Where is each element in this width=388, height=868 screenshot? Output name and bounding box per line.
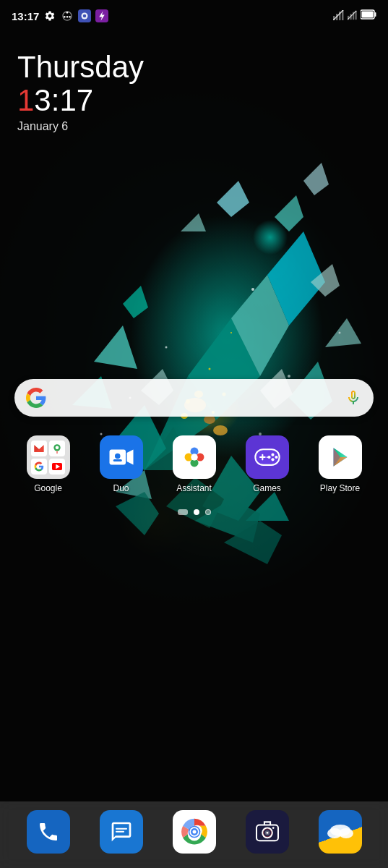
svg-line-62 — [348, 10, 356, 19]
clock-day: Thursday — [17, 51, 371, 84]
assistant-app-icon — [173, 435, 216, 479]
svg-point-104 — [266, 832, 268, 834]
no-signal-icon — [348, 10, 358, 22]
page-dot-0 — [178, 509, 188, 515]
wallpaper-space — [0, 140, 388, 379]
svg-line-57 — [333, 10, 343, 20]
dock-item-weather[interactable] — [319, 810, 362, 854]
app-grid: Google Duo — [0, 428, 388, 501]
signal-off-icon — [333, 10, 345, 22]
svg-point-72 — [115, 454, 121, 459]
dock-item-camera[interactable] — [246, 810, 289, 854]
clock-date: January 6 — [17, 120, 371, 133]
wifi-icon: ●●● — [61, 9, 74, 22]
messages-dock-icon — [100, 810, 143, 854]
svg-point-85 — [275, 456, 277, 459]
svg-point-79 — [191, 454, 198, 461]
search-bar[interactable] — [14, 379, 374, 417]
app-item-assistant[interactable]: Assistant — [165, 435, 223, 493]
google-mini-icon — [31, 459, 47, 475]
dock-item-phone[interactable] — [27, 810, 70, 854]
svg-rect-64 — [375, 12, 376, 17]
page-dot-1 — [194, 509, 199, 515]
svg-point-87 — [271, 459, 274, 461]
page-dot-2 — [205, 509, 211, 515]
app2-status-icon — [95, 9, 108, 22]
app-item-playstore[interactable]: Play Store — [311, 435, 369, 493]
app-item-google[interactable]: Google — [20, 435, 77, 493]
dock-item-chrome[interactable] — [173, 810, 216, 854]
phone-dock-icon — [27, 810, 70, 854]
games-app-icon — [246, 435, 289, 479]
search-mic-icon[interactable] — [345, 389, 362, 407]
app-item-duo[interactable]: Duo — [92, 435, 150, 493]
svg-marker-71 — [126, 450, 133, 465]
svg-text:●●●: ●●● — [64, 14, 72, 19]
duo-app-label: Duo — [113, 483, 129, 493]
svg-rect-65 — [362, 12, 374, 18]
svg-point-84 — [271, 454, 274, 456]
app1-status-icon — [78, 9, 91, 22]
maps-mini-icon — [49, 441, 65, 456]
google-logo — [26, 388, 46, 408]
assistant-app-label: Assistant — [176, 483, 212, 493]
status-right — [333, 9, 376, 22]
svg-rect-94 — [116, 828, 127, 830]
svg-point-100 — [192, 830, 196, 834]
svg-point-67 — [56, 446, 59, 449]
battery-icon — [361, 9, 376, 22]
weather-dock-icon — [319, 810, 362, 854]
dock-item-messages[interactable] — [100, 810, 143, 854]
chrome-dock-icon — [173, 810, 216, 854]
status-time: 13:17 — [12, 10, 39, 22]
status-left: 13:17 ●●● — [12, 9, 108, 22]
page-indicators — [0, 509, 388, 515]
dock — [0, 801, 388, 868]
playstore-app-icon — [319, 435, 362, 479]
duo-app-icon — [100, 435, 143, 479]
clock-widget: Thursday 13:17 January 6 — [0, 29, 388, 140]
youtube-mini-icon — [49, 459, 65, 475]
svg-point-50 — [83, 14, 87, 18]
google-folder-icon — [27, 435, 70, 479]
playstore-app-label: Play Store — [320, 483, 360, 493]
gmail-mini-icon — [31, 441, 47, 456]
settings-icon[interactable] — [43, 9, 56, 22]
search-bar-container — [0, 379, 388, 417]
svg-rect-73 — [113, 459, 121, 461]
svg-rect-95 — [116, 831, 124, 833]
clock-time: 13:17 — [17, 84, 371, 117]
app-item-games[interactable]: Games — [238, 435, 296, 493]
games-app-label: Games — [253, 483, 281, 493]
svg-point-106 — [272, 827, 274, 829]
camera-dock-icon — [246, 810, 289, 854]
google-app-label: Google — [34, 483, 62, 493]
status-bar: 13:17 ●●● — [0, 0, 388, 29]
notification-badge: 1 — [17, 84, 34, 117]
